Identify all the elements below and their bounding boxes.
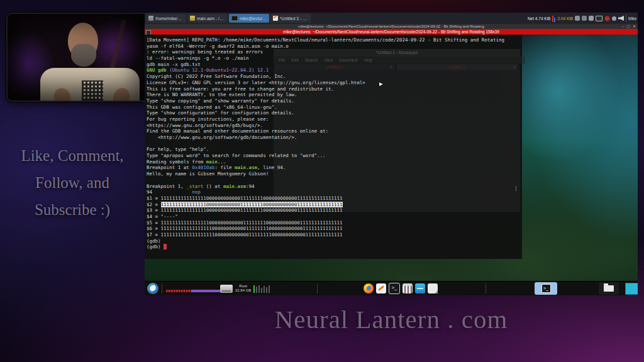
maximize-button[interactable]: ▢ (626, 24, 630, 29)
window-button-label: mike@lectures: ~/Doc... (240, 16, 267, 21)
file-manager-button[interactable] (599, 282, 619, 295)
watermark-text: Neural Lantern . com (145, 304, 638, 334)
close-button[interactable]: ✕ (633, 24, 636, 29)
terminal-launcher-icon[interactable]: >_ (389, 283, 400, 294)
desktop-capture: /home/mike/Docume... main.asm - /home/m.… (145, 13, 638, 295)
tray-app-icon-1[interactable] (575, 16, 580, 21)
active-task-terminal[interactable]: >_ (535, 282, 557, 295)
taskbar-window-mousepad[interactable]: *Untitled 3 - Mousepad (270, 14, 311, 23)
drive-icon (220, 285, 233, 293)
taskbar-window-file-manager[interactable]: /home/mike/Docume... (146, 14, 186, 23)
window-button-label: /home/mike/Docume... (155, 16, 184, 21)
mousepad-launcher-icon[interactable] (376, 283, 386, 293)
top-panel: /home/mike/Docume... main.asm - /home/m.… (145, 13, 638, 25)
webcam-vignette (8, 14, 150, 101)
cta-line-3: Subscribe :) (0, 196, 145, 223)
net-graph-icon[interactable] (552, 15, 555, 22)
applications-menu-button[interactable] (147, 283, 158, 294)
terminal-titlebar[interactable]: mike@lectures: ~/Documents/NextCloud/neu… (145, 24, 638, 29)
launcher-dock: >_ (364, 283, 438, 294)
drive-size: 22.84 GB (235, 288, 251, 293)
terminal-tab-title: mike@lectures: ~/Documents/NextCloud/neu… (283, 30, 499, 34)
folder-icon (148, 16, 153, 21)
cpu-meter (166, 290, 191, 292)
tray-app-icon-2[interactable] (582, 16, 587, 21)
window-button-label: *Untitled 3 - Mousepad (280, 16, 308, 21)
disk-tool-icon[interactable] (415, 283, 425, 293)
display-icon[interactable] (596, 16, 602, 21)
stream-stage: Like, Comment, Follow, and Subscribe :) … (0, 0, 644, 362)
system-tray: Net 4.74 KiB 2.04 KiB Mike (528, 14, 638, 22)
drive-name: Root (239, 284, 247, 288)
file-icon (190, 16, 195, 21)
net-monitor-label: Net 4.74 KiB (528, 16, 551, 21)
system-monitor[interactable] (166, 290, 228, 292)
terminal-icon: >_ (541, 284, 551, 293)
text-caret (516, 186, 516, 191)
workspace-pager[interactable] (625, 283, 638, 295)
firefox-icon[interactable] (364, 283, 374, 293)
close-icon[interactable]: × (513, 64, 516, 70)
window-button-label: main.asm - /home/m... (197, 16, 225, 21)
disk-usage-widget[interactable]: Root 22.84 GB (220, 283, 270, 294)
volume-icon[interactable] (618, 16, 624, 21)
cpu-graph-icon (253, 284, 270, 293)
tray-app-icon-3[interactable] (589, 16, 594, 21)
webcam-overlay (6, 13, 151, 102)
terminal-tab-urgent[interactable]: mike@lectures: ~/Documents/NextCloud/neu… (145, 29, 638, 35)
taskbar-window-main-asm[interactable]: main.asm - /home/m... (187, 14, 228, 23)
terminal-body[interactable]: *Untitled 3 - Mousepad File Edit Search … (145, 35, 522, 259)
cta-line-2: Follow, and (0, 169, 145, 196)
session-icon[interactable] (612, 16, 616, 21)
tray-separator (626, 14, 626, 22)
user-menu-label[interactable]: Mike (628, 16, 636, 21)
calculator-icon[interactable] (402, 283, 413, 293)
taskbar-window-terminal[interactable]: mike@lectures: ~/Doc... (229, 14, 269, 23)
mousepad-icon (273, 16, 278, 21)
terminal-output: [Data Movement] REPO_PATH: /home/mike/Do… (147, 37, 504, 250)
panel-separator (317, 283, 318, 293)
bottom-panel: Root 22.84 GB >_ >_ (145, 281, 638, 295)
panel-separator (162, 283, 162, 293)
record-icon[interactable] (604, 16, 610, 21)
minimize-button[interactable]: – (622, 24, 624, 29)
terminal-title-text: mike@lectures: ~/Documents/NextCloud/neu… (298, 25, 484, 28)
terminal-icon (231, 16, 238, 21)
menu-icon (149, 285, 157, 292)
cta-line-1: Like, Comment, (0, 142, 145, 169)
folder-icon (604, 285, 614, 292)
notes-icon[interactable] (428, 283, 438, 293)
mouse-cursor (379, 82, 383, 86)
panel-separator (486, 283, 486, 293)
net-rate-label: 2.04 KiB (557, 16, 573, 21)
cta-text: Like, Comment, Follow, and Subscribe :) (0, 142, 145, 223)
